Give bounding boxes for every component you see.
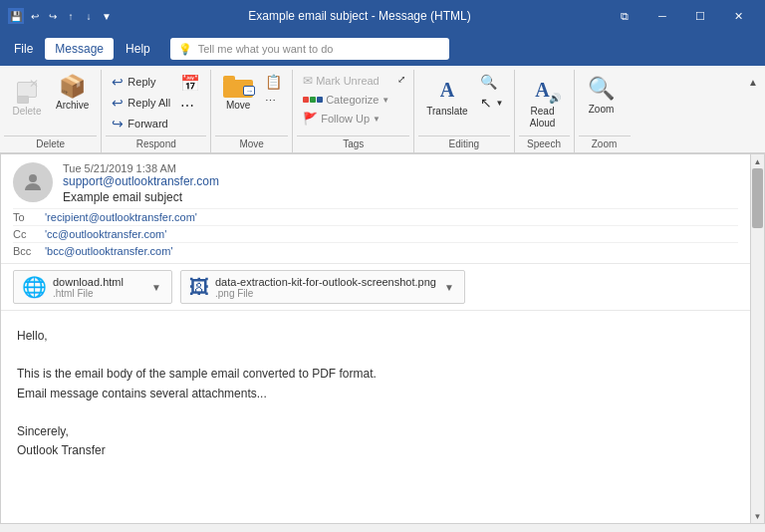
categorize-button[interactable]: Categorize ▼ xyxy=(299,92,393,108)
email-date: Tue 5/21/2019 1:38 AM xyxy=(63,162,738,174)
attachment-name-1: data-extraction-kit-for-outlook-screensh… xyxy=(215,276,436,288)
ribbon-group-editing: A Translate 🔍 ↖ ▼ Editing xyxy=(414,70,514,152)
zoom-button[interactable]: 🔍 Zoom xyxy=(581,72,623,119)
maximize-btn[interactable]: ☐ xyxy=(681,0,719,32)
categorize-dropdown-icon: ▼ xyxy=(382,96,389,105)
read-aloud-button[interactable]: A 🔊 ReadAloud xyxy=(521,72,565,133)
search-email-button[interactable]: 🔍 xyxy=(476,72,508,92)
tags-expand-button[interactable]: ⤢ xyxy=(395,72,407,87)
reply-all-button[interactable]: ↩ Reply All xyxy=(108,93,174,113)
delete-group-label: Delete xyxy=(4,135,97,152)
attachment-icon-1: 🖼 xyxy=(189,276,209,299)
attachment-item-1[interactable]: 🖼 data-extraction-kit-for-outlook-screen… xyxy=(180,270,465,304)
delete-icon: ✕ xyxy=(13,76,41,104)
respond-col1: ↩ Reply ↩ Reply All ↪ Forward xyxy=(108,72,174,133)
follow-up-button[interactable]: 🚩 Follow Up ▼ xyxy=(299,110,393,128)
move-more-button[interactable]: ⋯ xyxy=(261,93,286,110)
reply-all-label: Reply All xyxy=(128,97,170,109)
follow-up-label: Follow Up xyxy=(321,113,370,125)
archive-button[interactable]: 📦 Archive xyxy=(50,72,95,115)
categorize-label: Categorize xyxy=(326,94,379,106)
attachment-dropdown-0[interactable]: ▼ xyxy=(149,282,163,293)
avatar xyxy=(13,162,53,202)
forward-label: Forward xyxy=(128,118,167,130)
move-group-content: → Move 📋 ⋯ xyxy=(215,70,288,135)
menu-file[interactable]: File xyxy=(4,38,43,60)
body-line7: Outlook Transfer xyxy=(17,441,734,460)
body-line5 xyxy=(17,403,734,422)
dropdown-btn[interactable]: ▼ xyxy=(100,9,114,23)
down-btn[interactable]: ↓ xyxy=(82,9,96,23)
attachment-dropdown-1[interactable]: ▼ xyxy=(442,282,456,293)
bcc-label: Bcc xyxy=(13,245,41,257)
email-from[interactable]: support@outlooktransfer.com xyxy=(63,174,738,188)
respond-more-button[interactable]: ⋯ xyxy=(176,96,204,116)
mark-unread-button[interactable]: ✉ Mark Unread xyxy=(299,72,393,90)
zoom-group-content: 🔍 Zoom xyxy=(579,70,631,135)
cc-label: Cc xyxy=(13,228,41,240)
categorize-icon xyxy=(303,97,323,103)
menu-message[interactable]: Message xyxy=(45,38,114,60)
body-line1: Hello, xyxy=(17,327,734,346)
attachment-icon-0: 🌐 xyxy=(22,275,47,299)
vertical-scrollbar[interactable]: ▲ ▼ xyxy=(750,154,764,523)
zoom-label: Zoom xyxy=(589,104,615,115)
move-more-icon: ⋯ xyxy=(265,95,276,108)
up-btn[interactable]: ↑ xyxy=(64,9,78,23)
tags-group-content: ✉ Mark Unread Categorize ▼ 🚩 Follow Up ▼ xyxy=(297,70,409,135)
archive-icon: 📦 xyxy=(59,76,86,98)
save-icon[interactable]: 💾 xyxy=(8,8,24,24)
undo-btn[interactable]: ↩ xyxy=(28,9,42,23)
translate-icon: A xyxy=(431,76,463,104)
scroll-up-btn[interactable]: ▲ xyxy=(751,154,764,168)
scroll-thumb[interactable] xyxy=(752,168,763,228)
scroll-down-btn[interactable]: ▼ xyxy=(751,509,764,523)
meeting-button[interactable]: 📅 xyxy=(176,72,204,95)
sender-info: Tue 5/21/2019 1:38 AM support@outlooktra… xyxy=(63,162,738,204)
delete-button[interactable]: ✕ Delete xyxy=(6,72,48,121)
menu-help[interactable]: Help xyxy=(116,38,160,60)
translate-label: Translate xyxy=(426,106,467,117)
move-label: Move xyxy=(226,100,250,111)
move-group-label: Move xyxy=(215,135,288,152)
body-line2 xyxy=(17,346,734,365)
to-row: To 'recipient@outlooktransfer.com' xyxy=(13,208,738,225)
ribbon-group-move: → Move 📋 ⋯ Move xyxy=(211,70,293,152)
search-email-icon: 🔍 xyxy=(480,74,497,90)
editing-col2: 🔍 ↖ ▼ xyxy=(476,72,508,113)
body-line4: Email message contains several attachmen… xyxy=(17,385,734,403)
email-subject-header: Example email subject xyxy=(63,190,738,204)
attachments-bar: 🌐 download.html .html File ▼ 🖼 data-extr… xyxy=(1,264,750,311)
close-btn[interactable]: ✕ xyxy=(719,0,757,32)
select-button[interactable]: ↖ ▼ xyxy=(476,93,508,113)
translate-button[interactable]: A Translate xyxy=(420,72,473,121)
attachment-type-0: .html File xyxy=(53,288,143,299)
follow-up-dropdown-icon: ▼ xyxy=(373,115,381,124)
respond-group-label: Respond xyxy=(106,135,206,152)
move-folder-icon: → xyxy=(223,76,253,98)
ribbon: ✕ Delete 📦 Archive Delete ↩ Reply ↩ xyxy=(0,66,765,153)
ribbon-group-zoom: 🔍 Zoom Zoom xyxy=(575,70,635,152)
email-main: Tue 5/21/2019 1:38 AM support@outlooktra… xyxy=(1,154,750,523)
redo-btn[interactable]: ↪ xyxy=(46,9,60,23)
scroll-track[interactable] xyxy=(751,168,764,509)
restore-window-btn[interactable]: ⧉ xyxy=(606,0,643,32)
minimize-btn[interactable]: ─ xyxy=(643,0,681,32)
to-label: To xyxy=(13,211,41,223)
attachment-name-0: download.html xyxy=(53,276,143,288)
attachment-info-0: download.html .html File xyxy=(53,276,143,299)
collapse-ribbon-btn[interactable]: ▲ xyxy=(745,74,761,90)
rules-button[interactable]: 📋 xyxy=(261,72,286,92)
forward-button[interactable]: ↪ Forward xyxy=(108,114,174,133)
email-body: Hello, This is the email body of the sam… xyxy=(1,311,750,523)
window-title: Example email subject - Message (HTML) xyxy=(120,9,600,23)
attachment-info-1: data-extraction-kit-for-outlook-screensh… xyxy=(215,276,436,299)
reply-button[interactable]: ↩ Reply xyxy=(108,72,174,92)
move-button[interactable]: → Move xyxy=(217,72,259,115)
archive-label: Archive xyxy=(56,100,89,111)
attachment-item-0[interactable]: 🌐 download.html .html File ▼ xyxy=(13,270,172,304)
search-icon: 💡 xyxy=(178,43,192,56)
ribbon-group-delete: ✕ Delete 📦 Archive Delete xyxy=(0,70,102,152)
bcc-row: Bcc 'bcc@outlooktransfer.com' xyxy=(13,242,738,259)
menu-search-box[interactable]: 💡 Tell me what you want to do xyxy=(170,38,449,60)
